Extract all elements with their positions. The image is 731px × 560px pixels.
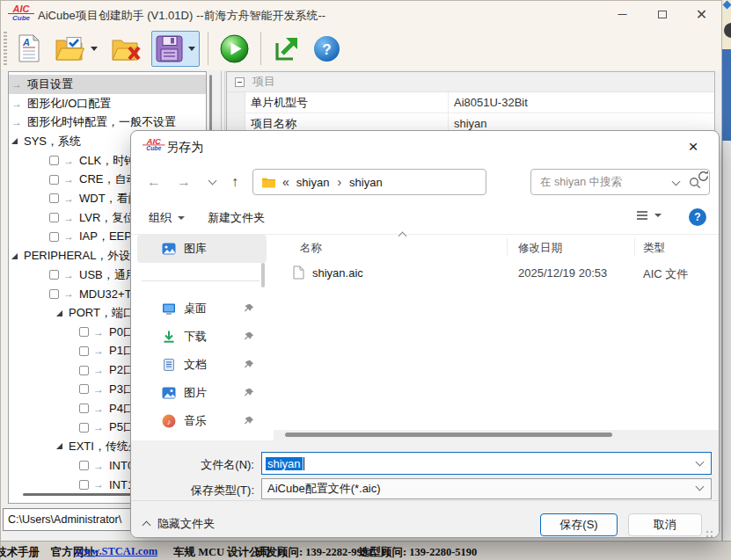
app-logo-icon: AIC Cube [8,4,34,22]
tree-item-checkbox[interactable] [49,193,59,203]
tree-item[interactable]: →图形化时钟配置，一般不设置 [9,113,206,132]
tree-item[interactable]: →图形化I/O口配置 [9,94,206,113]
tree-item-label: CRE，自动 [79,171,137,187]
tree-arrow-icon: → [11,98,22,110]
scrollbar-thumb[interactable] [285,433,612,437]
sidebar-item[interactable]: 图库 [137,235,267,263]
tree-item[interactable]: →项目设置 [9,75,206,94]
status-link[interactable]: www.STCAI.com [76,545,157,558]
open-project-button[interactable] [51,33,101,65]
dialog-toolbar: 组织 新建文件夹 ? [131,201,719,235]
column-header[interactable]: 名称 [300,241,322,256]
tree-arrow-icon: → [93,403,104,415]
search-box[interactable]: 在 shiyan 中搜索 [530,169,710,195]
tree-item-checkbox[interactable] [49,213,59,222]
save-button[interactable]: 保存(S) [540,513,618,536]
sidebar-item-label: 音乐 [184,413,207,429]
save-project-button[interactable] [151,31,200,67]
collapse-icon[interactable] [235,77,245,87]
tree-arrow-icon: → [63,173,74,185]
breadcrumb-parent[interactable]: shiyan [296,176,330,189]
dropdown-arrow-icon [654,214,662,217]
background-circle-icon [724,23,731,38]
chevron-down-icon[interactable] [696,458,705,467]
new-folder-button[interactable]: 新建文件夹 [208,210,265,226]
maximize-button[interactable] [642,1,682,27]
sidebar-scrollbar[interactable] [261,263,265,287]
tree-arrow-icon: → [63,230,74,243]
pin-icon [244,360,254,370]
tree-item-checkbox[interactable] [79,346,89,356]
sidebar-item[interactable]: ♪音乐 [137,407,267,435]
dropdown-arrow-icon[interactable] [91,47,98,51]
minimize-button[interactable]: ─ [603,1,642,27]
column-header[interactable]: 类型 [643,241,665,256]
up-button[interactable]: ↑ [224,171,245,193]
export-button[interactable] [269,32,303,66]
resize-grip-icon[interactable] [711,531,713,533]
tree-arrow-icon: → [93,421,104,433]
column-separator[interactable] [634,238,635,256]
save-type-select[interactable]: AiCube配置文件(*.aic) [261,478,712,499]
sidebar-item[interactable]: 下载 [137,323,267,351]
tree-item-checkbox[interactable] [79,366,89,375]
back-button[interactable]: ← [143,171,164,193]
filename-input[interactable]: shiyan [261,452,712,475]
property-label: 单片机型号 [245,92,449,113]
tree-item-checkbox[interactable] [79,384,89,394]
view-mode-button[interactable] [636,210,662,221]
hide-folders-button[interactable]: 隐藏文件夹 [143,516,215,532]
tree-expanded-icon[interactable] [11,253,18,259]
close-button[interactable]: ✕ [682,1,721,27]
tree-item-checkbox[interactable] [79,461,89,470]
column-header[interactable]: 修改日期 [518,241,562,256]
sidebar-item[interactable]: 桌面 [137,295,267,323]
dropdown-arrow-icon[interactable] [188,47,195,51]
property-group-label: 项目 [252,74,275,90]
forward-button[interactable]: → [173,171,194,193]
run-button[interactable] [216,31,252,67]
file-row[interactable]: shiyan.aic2025/12/19 20:53AIC 文件 [274,261,720,286]
sidebar-item[interactable]: 文档 [137,351,267,379]
column-separator[interactable] [507,238,508,256]
tree-item-checkbox[interactable] [49,156,59,165]
new-project-button[interactable]: A [13,31,45,66]
tree-item-checkbox[interactable] [49,175,59,185]
dialog-close-button[interactable]: × [676,135,710,159]
tree-expanded-icon[interactable] [11,138,18,144]
search-icon[interactable] [689,177,701,192]
tree-item-checkbox[interactable] [79,327,89,337]
cancel-button[interactable]: 取消 [628,513,702,536]
pin-icon [244,416,254,426]
tree-item-checkbox[interactable] [79,423,89,433]
dialog-title: 另存为 [166,140,203,156]
tree-item-label: PERIPHERAL，外设 [24,248,130,264]
organize-button[interactable]: 组织 [149,210,185,226]
background-blue-icon [723,1,731,10]
tree-item-label: USB，通用 [79,267,137,283]
file-list-horizontal-scrollbar[interactable] [274,430,720,440]
window-title: AiCube项目创建助手 (V1.01D) --前海方舟智能开发系统-- [38,8,325,24]
tree-item-checkbox[interactable] [79,480,89,490]
gallery-icon [162,242,176,256]
tree-item-checkbox[interactable] [49,289,59,299]
tree-item-checkbox[interactable] [49,232,59,242]
sidebar-item[interactable]: 图片 [137,379,267,407]
dialog-sidebar: 图库桌面下载文档图片♪音乐 [131,235,274,445]
tree-item-checkbox[interactable] [49,270,59,280]
chevron-up-icon [143,521,151,530]
tree-expanded-icon[interactable] [56,443,62,449]
toolbar-grip[interactable] [4,32,7,65]
tree-expanded-icon[interactable] [56,310,62,316]
tree-item-checkbox[interactable] [79,404,89,413]
close-project-button[interactable] [107,33,145,65]
property-value[interactable]: Ai8051U-32Bit [449,92,714,113]
breadcrumb-prefix[interactable]: « [282,175,289,189]
recent-locations-button[interactable] [201,171,223,193]
breadcrumb-current[interactable]: shiyan [349,176,383,189]
dialog-help-button[interactable]: ? [689,208,706,226]
status-text: 技术手册 [0,545,40,560]
help-button[interactable]: ? [310,32,344,66]
tree-arrow-icon: → [93,345,104,357]
address-bar[interactable]: « shiyan › shiyan [252,169,486,195]
